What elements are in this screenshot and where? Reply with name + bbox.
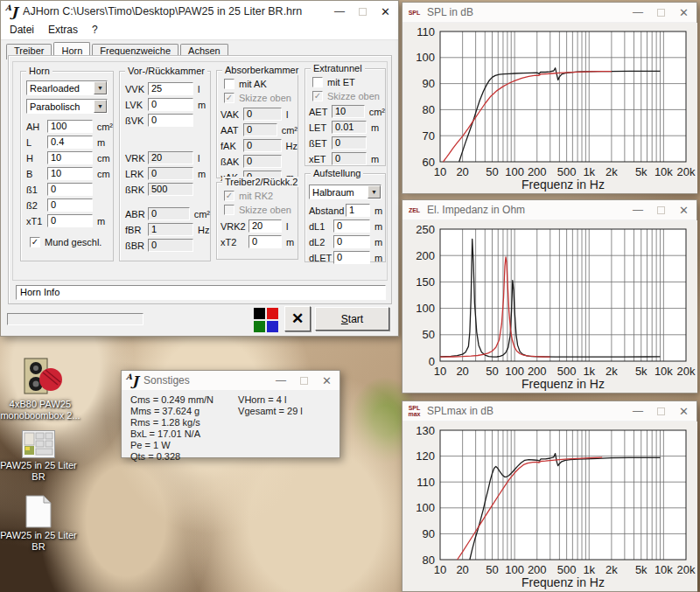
mit-et-checkbox[interactable]: ✓mit ET bbox=[312, 77, 385, 87]
minimize-icon[interactable]: — bbox=[276, 376, 286, 385]
svg-text:10k: 10k bbox=[654, 165, 673, 178]
let-input[interactable]: 0.01 bbox=[332, 121, 367, 134]
desktop-icon-monoboombox[interactable]: 4xB80 PAW25 monoboombox 2... bbox=[0, 357, 82, 421]
vrk-input[interactable]: 20 bbox=[148, 151, 193, 164]
svg-text:10: 10 bbox=[434, 365, 446, 378]
maximize-icon[interactable] bbox=[657, 206, 665, 214]
close-icon[interactable]: ✕ bbox=[322, 374, 332, 387]
desktop: 4xB80 PAW25 monoboombox 2... PAW25 in 25… bbox=[0, 0, 700, 592]
xt2-input[interactable]: 0 bbox=[248, 235, 282, 248]
desktop-icon-paw25-hrn[interactable]: PAW25 in 25 Liter BR bbox=[0, 430, 80, 483]
bvk-input[interactable]: 0 bbox=[148, 114, 193, 127]
svg-text:10k: 10k bbox=[654, 563, 673, 576]
color-swatch-black[interactable] bbox=[254, 308, 265, 319]
ah-input[interactable]: 100 bbox=[47, 120, 93, 133]
vrk2-input[interactable]: 20 bbox=[248, 219, 282, 233]
menu-datei[interactable]: Datei bbox=[3, 23, 41, 37]
close-icon[interactable]: ✕ bbox=[679, 6, 689, 19]
maximize-icon[interactable] bbox=[359, 8, 367, 16]
abstand-input[interactable]: 1 bbox=[346, 204, 370, 217]
mit-rk2-checkbox[interactable]: ✓mit RK2 bbox=[224, 191, 298, 201]
bak-input[interactable]: 0 bbox=[243, 155, 282, 168]
horn-contour-dropdown[interactable]: Parabolisch ▼ bbox=[26, 99, 108, 114]
minimize-icon[interactable]: — bbox=[633, 407, 643, 415]
horn-tab-page: Horn Rearloaded ▼ Parabolisch ▼ AH100cm²… bbox=[8, 55, 392, 304]
start-button[interactable]: Start bbox=[315, 307, 389, 331]
svg-text:500: 500 bbox=[557, 165, 577, 178]
field-row: LET0.01m bbox=[309, 121, 385, 134]
field-row: LRK0m bbox=[125, 167, 210, 180]
group-title: Aufstellung bbox=[311, 168, 363, 178]
color-swatch-green[interactable] bbox=[254, 321, 265, 332]
dlet-input[interactable]: 0 bbox=[333, 251, 370, 264]
field-row: ßET0 bbox=[309, 136, 385, 150]
lvk-input[interactable]: 0 bbox=[148, 98, 193, 111]
l-input[interactable]: 0.4 bbox=[47, 136, 93, 149]
horn-type-dropdown[interactable]: Rearloaded ▼ bbox=[26, 80, 108, 95]
splmax-titlebar[interactable]: SPL max SPLmax in dB —✕ bbox=[402, 401, 696, 421]
sonstiges-titlebar[interactable]: AJ Sonstiges —✕ bbox=[122, 371, 340, 390]
svg-text:100: 100 bbox=[416, 302, 435, 315]
minimize-icon[interactable]: — bbox=[633, 205, 643, 214]
h-input[interactable]: 10 bbox=[47, 151, 93, 164]
xt1-input[interactable]: 0 bbox=[47, 214, 93, 227]
main-titlebar[interactable]: AJ AJHorn C:\Users\Timo\Desktop\PAW25 in… bbox=[1, 1, 398, 22]
impedance-titlebar[interactable]: ZEL El. Impedanz in Ohm —✕ bbox=[402, 200, 696, 219]
color-swatch-blue[interactable] bbox=[267, 321, 278, 332]
vak-input[interactable]: 0 bbox=[243, 108, 282, 121]
ajhorn-app-icon: AJ bbox=[5, 3, 18, 20]
spl-titlebar[interactable]: SPL SPL in dB —✕ bbox=[402, 3, 696, 22]
maximize-icon[interactable] bbox=[657, 407, 665, 415]
ajhorn-main-window: AJ AJHorn C:\Users\Timo\Desktop\PAW25 in… bbox=[0, 0, 399, 337]
mund-geschl-checkbox[interactable]: ✓ Mund geschl. bbox=[30, 237, 113, 247]
close-icon[interactable]: ✕ bbox=[679, 405, 689, 418]
svg-text:100: 100 bbox=[505, 165, 524, 178]
menu-extras[interactable]: Extras bbox=[41, 23, 85, 37]
aufstellung-dropdown[interactable]: Halbraum ▼ bbox=[309, 185, 382, 199]
field-row: dLET0m bbox=[309, 251, 385, 264]
field-row: VVK25l bbox=[125, 82, 210, 95]
skizze-oben-t2-checkbox[interactable]: ✓Skizze oben bbox=[224, 205, 298, 215]
brk-input[interactable]: 500 bbox=[148, 183, 193, 196]
fbr-input[interactable]: 1 bbox=[148, 223, 193, 236]
b-input[interactable]: 10 bbox=[47, 167, 93, 180]
xet-input[interactable]: 0 bbox=[332, 152, 367, 165]
beta1-input[interactable]: 0 bbox=[47, 183, 93, 196]
aat-input[interactable]: 0 bbox=[243, 123, 277, 136]
maximize-icon[interactable] bbox=[657, 9, 665, 17]
bbr-input[interactable]: 0 bbox=[148, 239, 193, 252]
color-swatch-red[interactable] bbox=[267, 308, 278, 319]
horn-info-field[interactable]: Horn Info bbox=[16, 285, 386, 300]
dl1-input[interactable]: 0 bbox=[333, 219, 370, 233]
splmax-plot: 80901001101201301020501002005001k2k5k10k… bbox=[403, 421, 697, 591]
field-row: ßAK0 bbox=[220, 155, 298, 168]
beta2-input[interactable]: 0 bbox=[47, 198, 93, 212]
blank-document-icon bbox=[24, 495, 52, 528]
maximize-icon[interactable] bbox=[300, 377, 308, 385]
close-icon[interactable]: ✕ bbox=[679, 204, 689, 217]
skizze-oben-et-checkbox[interactable]: ✓Skizze oben bbox=[312, 91, 385, 101]
chevron-down-icon[interactable]: ▼ bbox=[94, 100, 107, 113]
stop-button[interactable]: ✕ bbox=[284, 306, 311, 331]
fak-input[interactable]: 0 bbox=[243, 139, 282, 152]
vvk-input[interactable]: 25 bbox=[148, 82, 193, 95]
driver-parameters-text: Cms = 0.249 mm/N Mms = 37.624 g Rms = 1.… bbox=[130, 394, 214, 463]
bet-input[interactable]: 0 bbox=[332, 136, 367, 150]
dl2-input[interactable]: 0 bbox=[333, 235, 370, 248]
field-row: VAK0l bbox=[220, 108, 298, 121]
desktop-icon-paw25-doc[interactable]: PAW25 in 25 Liter BR bbox=[0, 495, 80, 553]
skizze-oben-ak-checkbox[interactable]: ✓Skizze oben bbox=[224, 93, 298, 103]
abr-input[interactable]: 0 bbox=[148, 207, 190, 220]
lrk-input[interactable]: 0 bbox=[148, 167, 193, 180]
aet-input[interactable]: 10 bbox=[332, 105, 365, 118]
minimize-icon[interactable]: — bbox=[633, 8, 643, 17]
speaker-with-ball-icon bbox=[18, 357, 63, 397]
close-icon[interactable]: ✕ bbox=[381, 5, 390, 18]
minimize-icon[interactable]: — bbox=[334, 7, 345, 16]
field-row: B10cm bbox=[26, 167, 113, 180]
chevron-down-icon[interactable]: ▼ bbox=[368, 185, 381, 198]
chevron-down-icon[interactable]: ▼ bbox=[94, 81, 107, 94]
zel-window-icon: ZEL bbox=[407, 207, 422, 213]
mit-ak-checkbox[interactable]: ✓mit AK bbox=[224, 79, 298, 89]
menu-help[interactable]: ? bbox=[85, 23, 105, 37]
